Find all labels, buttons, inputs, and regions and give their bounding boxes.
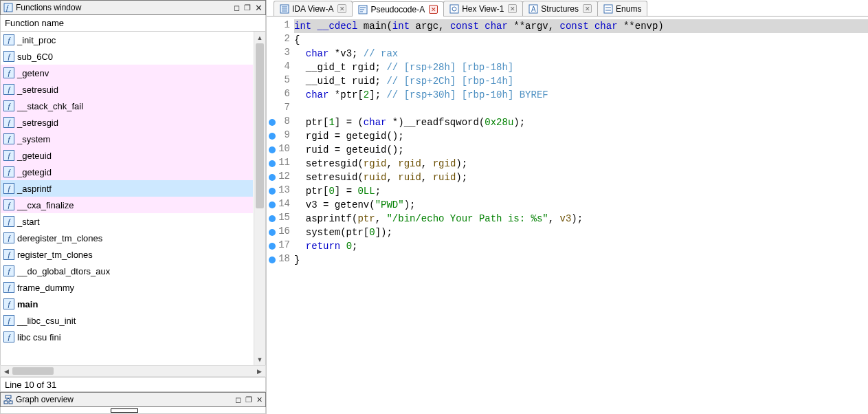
line-number[interactable]: 18	[267, 253, 294, 267]
tab-close-icon[interactable]: ✕	[508, 4, 517, 13]
function-row[interactable]: f_system	[1, 131, 253, 147]
code-line[interactable]: char *ptr[2]; // [rsp+30h] [rbp-10h] BYR…	[294, 88, 868, 102]
line-number[interactable]: 12	[267, 171, 294, 184]
scroll-down-icon[interactable]: ▼	[254, 353, 265, 365]
line-number[interactable]: 14	[267, 198, 294, 212]
function-row[interactable]: f_init_proc	[1, 32, 253, 48]
hscroll-track[interactable]	[12, 366, 254, 376]
code-line[interactable]	[294, 102, 868, 116]
code-line[interactable]: char *v3; // rax	[294, 47, 868, 61]
code-token	[294, 48, 306, 59]
code-token: *)__readfsqword(	[386, 117, 485, 128]
graph-overview-titlebar[interactable]: Graph overview ◻ ❐ ✕	[0, 392, 266, 407]
code-line[interactable]: system(ptr[0]);	[294, 226, 868, 239]
line-number[interactable]: 13	[267, 184, 294, 198]
function-row[interactable]: fmain	[1, 296, 253, 312]
graph-close-icon[interactable]: ✕	[256, 395, 263, 404]
code-token: return	[306, 241, 340, 252]
tab-close-icon[interactable]: ✕	[429, 5, 438, 14]
code-line[interactable]: ruid = geteuid();	[294, 143, 868, 157]
panel-close-icon[interactable]: ✕	[255, 3, 263, 13]
line-number[interactable]: 5	[267, 74, 294, 88]
tab-pseudocode-a[interactable]: Pseudocode-A✕	[352, 1, 444, 17]
functions-window-titlebar[interactable]: f Functions window ◻ ❐ ✕	[0, 0, 266, 15]
function-row[interactable]: f_getegid	[1, 164, 253, 180]
scroll-left-icon[interactable]: ◀	[1, 368, 12, 375]
line-number[interactable]: 4	[267, 61, 294, 74]
code-line[interactable]: setresgid(rgid, rgid, rgid);	[294, 157, 868, 171]
function-row[interactable]: f_setresuid	[1, 81, 253, 98]
line-number[interactable]: 11	[267, 157, 294, 171]
function-icon: f	[3, 265, 14, 276]
functions-column-header[interactable]: Function name	[0, 15, 266, 32]
function-row[interactable]: f__do_global_dtors_aux	[1, 263, 253, 279]
function-name: _setresuid	[17, 85, 58, 95]
line-number[interactable]: 6	[267, 88, 294, 102]
function-row[interactable]: f_asprintf	[1, 180, 253, 197]
line-number[interactable]: 3	[267, 47, 294, 61]
tab-hex-view-1[interactable]: Hex View-1✕	[443, 1, 523, 16]
function-row[interactable]: f__cxa_finalize	[1, 197, 253, 213]
code-token: setresuid(	[294, 172, 364, 183]
code-line[interactable]: return 0;	[294, 239, 868, 253]
tab-close-icon[interactable]: ✕	[583, 4, 592, 13]
line-number[interactable]: 1	[267, 19, 294, 33]
function-name: __stack_chk_fail	[17, 101, 83, 111]
tab-close-icon[interactable]: ✕	[337, 4, 346, 13]
function-row[interactable]: fframe_dummy	[1, 279, 253, 296]
code-line[interactable]: int __cdecl main(int argc, const char **…	[294, 19, 868, 33]
function-row[interactable]: f__stack_chk_fail	[1, 98, 253, 114]
code-line[interactable]: asprintf(ptr, "/bin/echo Your Path is: %…	[294, 212, 868, 226]
scroll-right-icon[interactable]: ▶	[254, 368, 265, 375]
code-line[interactable]: {	[294, 33, 868, 47]
tab-structures[interactable]: AStructures✕	[522, 1, 598, 16]
code-token: "PWD"	[375, 199, 404, 210]
function-row[interactable]: f_geteuid	[1, 147, 253, 164]
line-number[interactable]: 15	[267, 212, 294, 226]
graph-restore-icon[interactable]: ◻	[235, 395, 241, 404]
scroll-thumb[interactable]	[256, 43, 264, 208]
functions-vscrollbar[interactable]: ▲ ▼	[254, 32, 265, 365]
scroll-up-icon[interactable]: ▲	[254, 32, 265, 43]
function-row[interactable]: f_start	[1, 213, 253, 230]
function-row[interactable]: fregister_tm_clones	[1, 246, 253, 263]
functions-hscrollbar[interactable]: ◀ ▶	[0, 365, 266, 377]
function-row[interactable]: f_setresgid	[1, 114, 253, 131]
code-token: char	[306, 89, 329, 100]
code-line[interactable]: __gid_t rgid; // [rsp+28h] [rbp-18h]	[294, 61, 868, 74]
code-line[interactable]: }	[294, 253, 868, 267]
code-line[interactable]: ptr[0] = 0LL;	[294, 184, 868, 198]
function-icon: f	[3, 117, 14, 128]
code-line[interactable]: __uid_t ruid; // [rsp+2Ch] [rbp-14h]	[294, 74, 868, 88]
code-line[interactable]: ptr[1] = (char *)__readfsqword(0x28u);	[294, 116, 868, 129]
code-token: __gid_t rgid;	[294, 62, 386, 73]
line-number[interactable]: 17	[267, 239, 294, 253]
function-row[interactable]: fsub_6C0	[1, 48, 253, 65]
line-number[interactable]: 16	[267, 226, 294, 239]
line-number[interactable]: 10	[267, 143, 294, 157]
code-token: );	[456, 172, 467, 183]
function-row[interactable]: fderegister_tm_clones	[1, 230, 253, 246]
tab-enums[interactable]: Enums	[597, 1, 647, 16]
tab-ida-view-a[interactable]: IDA View-A✕	[274, 1, 353, 16]
function-name: _system	[17, 134, 50, 144]
code-line[interactable]: setresuid(ruid, ruid, ruid);	[294, 171, 868, 184]
function-icon: f	[3, 315, 14, 326]
line-number[interactable]: 8	[267, 116, 294, 129]
function-row[interactable]: f__libc_csu_init	[1, 312, 253, 329]
function-row[interactable]: f_getenv	[1, 65, 253, 81]
function-row[interactable]: f libc csu fini	[1, 329, 253, 345]
line-number[interactable]: 9	[267, 129, 294, 143]
panel-restore-icon[interactable]: ◻	[234, 3, 240, 12]
line-number[interactable]: 7	[267, 102, 294, 116]
code-line[interactable]: rgid = getegid();	[294, 129, 868, 143]
code-body[interactable]: int __cdecl main(int argc, const char **…	[294, 17, 868, 414]
panel-popout-icon[interactable]: ❐	[244, 3, 251, 12]
code-token: {	[294, 34, 300, 45]
graph-overview-body[interactable]	[0, 407, 266, 414]
line-number[interactable]: 2	[267, 33, 294, 47]
code-token: 2	[364, 89, 369, 100]
code-line[interactable]: v3 = getenv("PWD");	[294, 198, 868, 212]
graph-popout-icon[interactable]: ❐	[245, 395, 252, 404]
hscroll-thumb[interactable]	[12, 367, 54, 375]
